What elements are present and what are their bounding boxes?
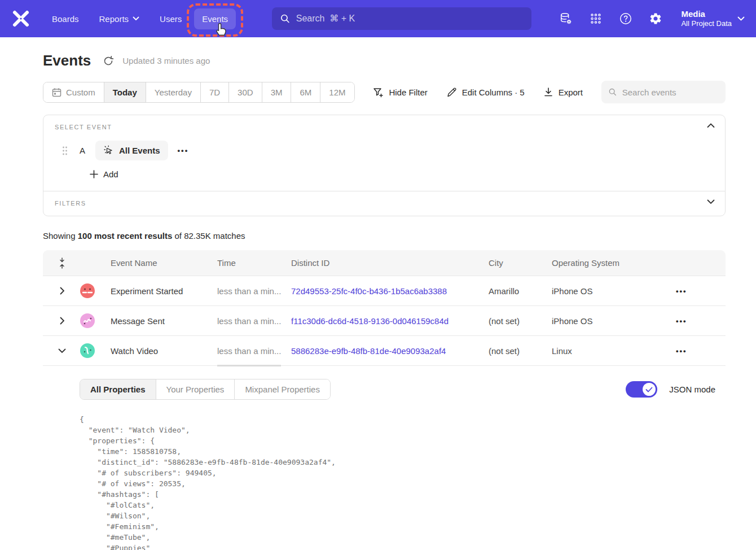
refresh-icon[interactable]: [103, 55, 114, 67]
event-city: (not set): [489, 316, 552, 326]
sparkle-cursor-icon: [103, 145, 114, 156]
hide-filter-button[interactable]: Hide Filter: [373, 87, 427, 98]
chevron-down-icon: [58, 348, 66, 353]
event-name: Experiment Started: [111, 286, 217, 296]
search-icon: [280, 13, 291, 24]
selected-event-name: All Events: [119, 146, 160, 155]
project-switcher[interactable]: Media All Project Data: [681, 9, 745, 29]
help-icon[interactable]: [619, 12, 632, 25]
results-suffix: of 82.35K matches: [172, 231, 245, 241]
event-selector[interactable]: All Events: [95, 141, 168, 160]
filters-section: FILTERS: [43, 191, 725, 216]
collapse-all-button[interactable]: [56, 257, 68, 269]
nav-item-label: Users: [160, 14, 182, 24]
global-search[interactable]: [272, 7, 531, 30]
event-name: Watch Video: [111, 346, 217, 356]
cursor-hand-icon: [214, 22, 228, 39]
distinct-id-link[interactable]: f11c30d6-dc6d-4518-9136-0d046159c84d: [291, 316, 489, 326]
global-search-input[interactable]: [296, 14, 524, 24]
column-header-distinct-id: Distinct ID: [291, 258, 489, 268]
chevron-up-icon[interactable]: [707, 123, 715, 128]
date-range-label: Today: [113, 88, 137, 97]
drag-handle-icon[interactable]: [61, 146, 68, 156]
date-range-30d[interactable]: 30D: [228, 82, 262, 102]
chevron-right-icon: [60, 287, 65, 295]
edit-columns-label: Edit Columns · 5: [462, 88, 525, 97]
date-range-custom[interactable]: Custom: [43, 82, 104, 102]
table-row[interactable]: Experiment Started less than a min... 72…: [43, 276, 726, 306]
row-actions-menu[interactable]: •••: [676, 317, 698, 325]
nav-item-boards[interactable]: Boards: [44, 8, 87, 29]
add-event-label: Add: [103, 169, 118, 179]
event-time: less than a min...: [217, 346, 291, 356]
tab-all-properties[interactable]: All Properties: [80, 379, 156, 399]
time-truncation-indicator: [217, 365, 281, 366]
date-range-label: 30D: [238, 88, 253, 97]
toggle-knob: [643, 383, 656, 396]
date-range-today[interactable]: Today: [104, 82, 146, 102]
event-city: Amarillo: [489, 286, 552, 296]
apps-grid-icon[interactable]: [589, 12, 603, 25]
edit-columns-button[interactable]: Edit Columns · 5: [446, 87, 525, 98]
date-range-6m[interactable]: 6M: [291, 82, 320, 102]
detail-panel-toolbar: All Properties Your Properties Mixpanel …: [80, 379, 715, 400]
nav-item-users[interactable]: Users: [152, 8, 190, 29]
table-row[interactable]: Watch Video less than a min... 5886283e-…: [43, 336, 726, 366]
query-builder-card: SELECT EVENT A: [43, 115, 726, 216]
navbar-right: Media All Project Data: [559, 9, 745, 29]
date-range-picker: Custom Today Yesterday 7D 30D 3M 6M 12M: [43, 82, 355, 103]
page-header: Events Updated 3 minutes ago: [43, 52, 726, 69]
nav-item-label: Reports: [99, 14, 129, 24]
collapse-all-icon: [58, 257, 66, 269]
events-table: Event Name Time Distinct ID City Operati…: [43, 250, 726, 550]
export-label: Export: [559, 88, 583, 97]
add-event-button[interactable]: Add: [90, 169, 118, 179]
row-actions-menu[interactable]: •••: [676, 287, 698, 295]
event-city: (not set): [489, 346, 552, 356]
date-range-yesterday[interactable]: Yesterday: [146, 82, 200, 102]
distinct-id-link[interactable]: 5886283e-e9fb-48fb-81de-40e9093a2af4: [291, 346, 489, 356]
nav-item-reports[interactable]: Reports: [91, 8, 148, 29]
event-row-menu[interactable]: •••: [178, 146, 189, 155]
event-row-letter: A: [80, 146, 85, 155]
expand-row-button[interactable]: [56, 317, 68, 325]
settings-gear-icon[interactable]: [649, 12, 662, 25]
json-mode-label: JSON mode: [669, 385, 715, 394]
funnel-plus-icon: [373, 87, 384, 98]
top-navbar: Boards Reports Users Events: [0, 0, 756, 37]
download-icon: [543, 87, 553, 97]
project-subtitle: All Project Data: [681, 19, 732, 28]
date-range-label: 3M: [271, 88, 283, 97]
chevron-right-icon: [60, 317, 65, 325]
pencil-icon: [446, 87, 457, 98]
date-range-3m[interactable]: 3M: [262, 82, 291, 102]
search-icon: [608, 87, 617, 97]
date-range-label: Custom: [66, 88, 95, 97]
json-mode-control: JSON mode: [626, 381, 715, 398]
events-search-input[interactable]: [622, 88, 719, 97]
collapse-row-button[interactable]: [56, 348, 68, 353]
row-actions-menu[interactable]: •••: [676, 347, 698, 355]
table-row[interactable]: Message Sent less than a min... f11c30d6…: [43, 306, 726, 336]
chevron-down-icon[interactable]: [707, 199, 715, 204]
event-query-row: A All Events •••: [55, 141, 714, 160]
tab-your-properties[interactable]: Your Properties: [156, 379, 235, 399]
date-range-12m[interactable]: 12M: [320, 82, 354, 102]
plus-icon: [90, 170, 98, 178]
table-header: Event Name Time Distinct ID City Operati…: [43, 250, 726, 276]
column-header-city: City: [489, 258, 552, 268]
table-toolbar: Hide Filter Edit Columns · 5 Export: [373, 81, 726, 103]
results-summary: Showing 100 most recent results of 82.35…: [43, 231, 726, 241]
expand-row-button[interactable]: [56, 287, 68, 295]
results-count: 100 most recent results: [78, 231, 173, 241]
json-mode-toggle[interactable]: [626, 381, 657, 398]
updated-timestamp: Updated 3 minutes ago: [122, 56, 210, 66]
events-search[interactable]: [601, 81, 726, 103]
data-management-icon[interactable]: [559, 12, 573, 25]
distinct-id-link[interactable]: 72d49553-25fc-4f0c-b436-1b5ac6ab3388: [291, 286, 489, 296]
tab-mixpanel-properties[interactable]: Mixpanel Properties: [234, 379, 330, 399]
chevron-down-icon: [737, 16, 745, 21]
export-button[interactable]: Export: [543, 87, 583, 97]
date-range-7d[interactable]: 7D: [200, 82, 228, 102]
mixpanel-logo[interactable]: [11, 9, 30, 28]
